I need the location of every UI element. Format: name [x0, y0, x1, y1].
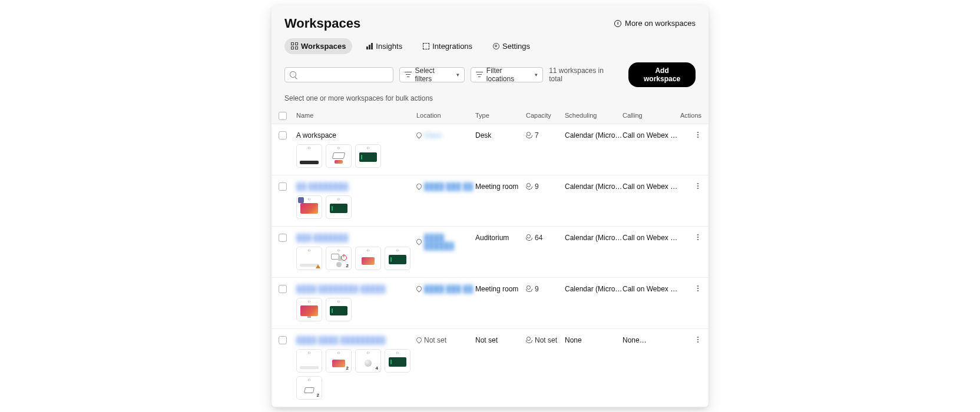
table-row[interactable]: A workspace·ı|ı··ı|ı··ı|ı·CiscoDesk7Cale… [272, 124, 708, 175]
search-input[interactable] [300, 71, 388, 79]
device-tile[interactable]: ·ı|ı· [296, 247, 322, 270]
row-checkbox[interactable] [279, 234, 287, 242]
table-row[interactable]: ██ ████████·ı|ı··ı|ı·████ ███ ██Meeting … [272, 175, 708, 227]
people-icon [526, 234, 532, 241]
device-tile[interactable]: ·ı|ı·2 [296, 376, 322, 400]
device-tile[interactable]: ·ı|ı· [326, 144, 352, 168]
device-tile[interactable]: ·ı|ı· [355, 247, 381, 270]
row-name: ███ ███████ [296, 234, 416, 242]
page-title: Workspaces [284, 16, 360, 31]
row-calling: Call on Webex (1:1… [623, 232, 678, 242]
device-tile[interactable]: ·ı|ı·2 [326, 349, 352, 373]
row-actions-menu[interactable]: ⋯ [678, 284, 701, 292]
table-row[interactable]: ████ ████████ █████·ı|ı··ı|ı·████ ███ ██… [272, 278, 708, 329]
kebab-icon: ⋯ [694, 285, 701, 292]
row-location[interactable]: ████ ███ ██ [424, 285, 473, 293]
row-actions-menu[interactable]: ⋯ [678, 181, 701, 190]
tab-insights[interactable]: Insights [359, 38, 409, 54]
row-calling: Call on Webex (1:1… [623, 130, 678, 139]
row-checkbox[interactable] [279, 336, 287, 344]
col-capacity: Capacity [526, 112, 565, 119]
row-type: Meeting room [475, 284, 526, 293]
people-icon [526, 285, 532, 292]
chevron-down-icon: ▾ [535, 72, 538, 78]
col-location: Location [416, 112, 475, 119]
row-checkbox[interactable] [279, 182, 287, 191]
gear-icon [492, 42, 499, 49]
device-tile[interactable]: ·ı|ı· [326, 298, 352, 321]
device-tile[interactable]: ·ı|ı· [385, 247, 410, 270]
kebab-icon: ⋯ [694, 131, 701, 138]
row-type: Not set [475, 335, 526, 344]
device-tiles: ·ı|ı··ı|ı·2·ı|ı·4·ı|ı··ı|ı·2 [296, 349, 416, 400]
chevron-down-icon: ▾ [456, 72, 459, 78]
col-scheduling: Scheduling [565, 112, 623, 119]
more-label: More on workspaces [625, 19, 696, 28]
tab-settings[interactable]: Settings [486, 38, 537, 54]
kebab-icon: ⋯ [694, 234, 701, 241]
row-location[interactable]: ████ ██████ [424, 234, 475, 250]
row-type: Auditorium [475, 232, 526, 242]
tab-label: Insights [376, 42, 402, 51]
bars-icon [366, 42, 373, 49]
device-tile[interactable]: ·ı|ı· [296, 144, 322, 168]
device-tiles: ·ı|ı··ı|ı· [296, 298, 416, 321]
more-on-workspaces-link[interactable]: i More on workspaces [614, 19, 696, 28]
device-tile[interactable]: ·ı|ı· [355, 144, 381, 168]
row-location[interactable]: Cisco [424, 131, 442, 139]
device-tile[interactable]: ·ı|ı· [296, 349, 322, 373]
row-type: Meeting room [475, 181, 526, 191]
row-calling: None… [623, 335, 678, 344]
row-actions-menu[interactable]: ⋯ [678, 232, 701, 241]
tab-label: Settings [502, 42, 530, 51]
device-tile[interactable]: ·ı|ı· [326, 195, 352, 219]
select-all-checkbox[interactable] [279, 112, 287, 120]
table-header: Name Location Type Capacity Scheduling C… [272, 107, 708, 124]
pin-icon [415, 336, 423, 344]
tab-label: Workspaces [301, 42, 346, 51]
info-icon: i [614, 20, 621, 27]
table-row[interactable]: ████ ████ █████████·ı|ı··ı|ı·2·ı|ı·4·ı|ı… [272, 329, 708, 407]
people-icon [526, 337, 532, 343]
filter-icon [476, 72, 483, 78]
row-name: ████ ████████ █████ [296, 285, 416, 293]
row-type: Desk [475, 130, 526, 139]
table-row[interactable]: ███ ███████·ı|ı··ı|ı·2·ı|ı··ı|ı·████ ███… [272, 227, 708, 278]
kebab-icon: ⋯ [694, 182, 701, 190]
tab-label: Integrations [432, 42, 472, 51]
workspaces-panel: Workspaces i More on workspaces Workspac… [272, 5, 708, 407]
grid-icon [291, 42, 298, 49]
row-name: ████ ████ █████████ [296, 336, 416, 344]
device-tile[interactable]: ·ı|ı· [296, 298, 322, 321]
device-tile[interactable]: ·ı|ı· [385, 349, 410, 373]
row-actions-menu[interactable]: ⋯ [678, 130, 701, 138]
row-location[interactable]: ████ ███ ██ [424, 182, 473, 191]
pin-icon [415, 182, 423, 190]
device-tiles: ·ı|ı··ı|ı·2·ı|ı··ı|ı· [296, 247, 416, 270]
row-checkbox[interactable] [279, 131, 287, 139]
row-capacity: 7 [535, 131, 539, 139]
device-tile[interactable]: ·ı|ı·4 [355, 349, 381, 373]
tab-integrations[interactable]: Integrations [416, 38, 479, 54]
device-tiles: ·ı|ı··ı|ı· [296, 195, 416, 219]
pin-icon [415, 238, 423, 245]
filter-locations-dropdown[interactable]: Filter locations ▾ [471, 67, 543, 82]
row-capacity: 64 [535, 234, 542, 242]
row-scheduling: Calendar (Microsoft) [565, 284, 623, 293]
row-name: A workspace [296, 131, 416, 139]
row-actions-menu[interactable]: ⋯ [678, 335, 701, 343]
select-filters-dropdown[interactable]: Select filters ▾ [399, 67, 465, 82]
col-calling: Calling [623, 112, 678, 119]
tab-workspaces[interactable]: Workspaces [284, 38, 352, 54]
row-capacity: Not set [535, 336, 557, 344]
col-actions: Actions [678, 112, 701, 119]
device-tile[interactable]: ·ı|ı· [296, 195, 322, 219]
device-tile[interactable]: ·ı|ı·2 [326, 247, 352, 270]
add-workspace-button[interactable]: Add workspace [628, 62, 696, 87]
row-checkbox[interactable] [279, 285, 287, 293]
filters-row: Select filters ▾ Filter locations ▾ 11 w… [272, 54, 708, 87]
search-input-wrap[interactable] [284, 67, 393, 82]
people-icon [526, 132, 532, 138]
tabs: WorkspacesInsightsIntegrationsSettings [272, 31, 708, 54]
table-body: A workspace·ı|ı··ı|ı··ı|ı·CiscoDesk7Cale… [272, 124, 708, 407]
